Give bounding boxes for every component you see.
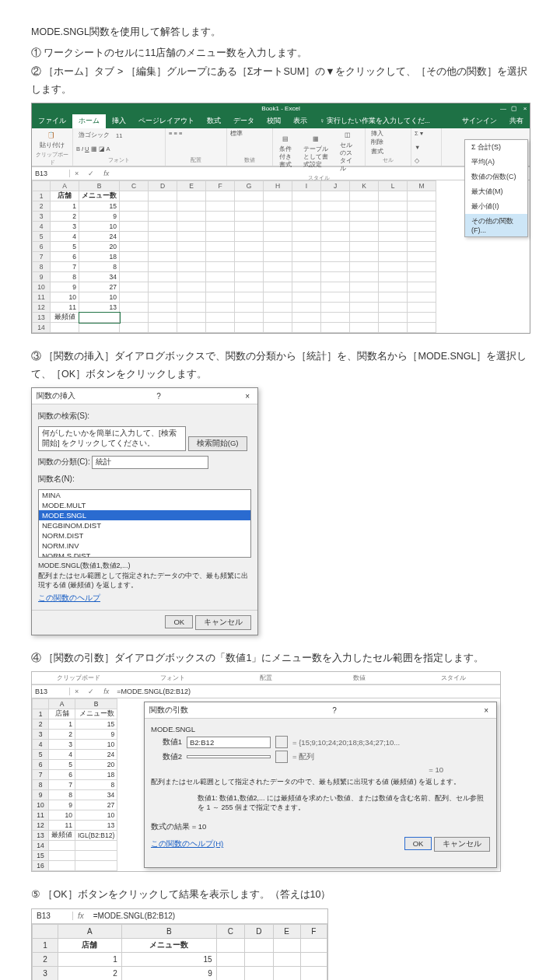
group-style-2: スタイル: [407, 674, 500, 682]
group-clipboard-2: クリップボード: [32, 674, 125, 682]
argdlg-eq: = 10: [151, 765, 490, 774]
argdlg-help-link[interactable]: この関数のヘルプ(H): [151, 839, 223, 849]
close-icon[interactable]: ×: [522, 103, 528, 114]
fx-icon-3[interactable]: fx: [73, 912, 89, 920]
ribbon: 📋貼り付け クリップボード 游ゴシック11 B I U ▦ ◪ A フォント ≡…: [32, 128, 530, 166]
ok-button[interactable]: OK: [165, 615, 193, 628]
menu-average[interactable]: 平均(A): [465, 155, 527, 170]
function-signature: MODE.SNGL(数値1,数値2,...): [38, 561, 251, 571]
function-arguments-dialog: 関数の引数 ? × MODE.SNGL 数値1 B2:B12 = {15;9;1…: [144, 702, 497, 868]
group-number-label: 数値: [230, 156, 269, 164]
fill-button[interactable]: ▼: [415, 144, 420, 151]
tab-file[interactable]: ファイル: [32, 114, 72, 128]
bold-icon[interactable]: B: [76, 145, 80, 152]
dialog-help-icon[interactable]: ?: [156, 392, 161, 401]
category-select[interactable]: 統計: [92, 456, 208, 469]
group-align-label: 配置: [169, 156, 223, 164]
step-4: ④ ［関数の引数］ダイアログボックスの「数値1」にメニュー数を入力したセル範囲を…: [31, 649, 529, 667]
italic-icon[interactable]: I: [82, 145, 83, 152]
dialog-title: 関数の挿入: [37, 390, 75, 401]
table-icon: ▦: [313, 135, 322, 145]
formula-input-2[interactable]: =MODE.SNGL(B2:B12): [114, 688, 500, 695]
tab-review[interactable]: 校閲: [261, 114, 287, 128]
autosum-button[interactable]: Σ ▾: [415, 130, 423, 137]
tab-data[interactable]: データ: [227, 114, 261, 128]
paste-button[interactable]: 📋貼り付け: [35, 130, 69, 151]
fx-icon-2[interactable]: fx: [99, 688, 114, 695]
fx-icon[interactable]: fx: [99, 170, 114, 177]
tell-me[interactable]: ♀ 実行したい作業を入力してくだ...: [313, 114, 456, 128]
search-input[interactable]: 何がしたいかを簡単に入力して、[検索開始] をクリックしてください。: [38, 426, 186, 451]
signin[interactable]: サインイン: [456, 114, 503, 128]
dialog-close-icon[interactable]: ×: [242, 392, 253, 401]
tab-insert[interactable]: 挿入: [106, 114, 132, 128]
format-as-table-button[interactable]: ▦テーブルとして書式設定: [300, 134, 336, 170]
arg2-input[interactable]: [187, 755, 271, 758]
name-box-3[interactable]: B13: [32, 912, 73, 920]
arg1-collapse-icon[interactable]: [275, 736, 288, 748]
cancel-button[interactable]: キャンセル: [195, 615, 251, 630]
menu-more-functions[interactable]: その他の関数(F)...: [465, 214, 527, 236]
align-icons[interactable]: ≡ ≡ ≡: [169, 130, 182, 137]
menu-max[interactable]: 最大値(M): [465, 184, 527, 199]
argdlg-help-icon[interactable]: ?: [332, 706, 337, 715]
arg2-label: 数値2: [151, 752, 182, 762]
arg1-result: = {15;9;10;24;20;18;8;34;27;10...: [292, 738, 400, 747]
font-name[interactable]: 游ゴシック: [76, 130, 112, 141]
fx-cancel-icon[interactable]: ×: [70, 170, 83, 177]
function-list[interactable]: MINAMODE.MULTMODE.SNGLNEGBINOM.DISTNORM.…: [38, 489, 251, 558]
paste-icon: 📋: [47, 131, 57, 141]
tab-formulas[interactable]: 数式: [201, 114, 227, 128]
arg2-collapse-icon[interactable]: [275, 751, 288, 763]
group-font-label: フォント: [76, 156, 162, 164]
worksheet-2[interactable]: AB1店舗メニュー数211532943105424652076188789834…: [32, 698, 141, 871]
fx-enter-icon[interactable]: ✓: [83, 170, 99, 177]
search-start-button[interactable]: 検索開始(G): [188, 436, 247, 451]
menu-sum[interactable]: Σ 合計(S): [465, 140, 527, 155]
excel-window-3: B13 fx =MODE.SNGL(B2:B12) ABCDEF1店舗メニュー数…: [31, 908, 328, 980]
fx-enter-2[interactable]: ✓: [83, 688, 99, 695]
fx-cancel-2[interactable]: ×: [70, 688, 83, 695]
formula-input-3[interactable]: =MODE.SNGL(B2:B12): [89, 912, 180, 920]
underline-icon[interactable]: U: [85, 145, 89, 152]
argdlg-close-icon[interactable]: ×: [481, 706, 492, 715]
max-icon[interactable]: ▢: [511, 103, 517, 114]
group-font-2: フォント: [125, 674, 219, 682]
cell-styles-button[interactable]: ◫セルのスタイル: [337, 130, 362, 174]
arg2-result: = 配列: [292, 752, 314, 762]
tab-home[interactable]: ホーム: [72, 114, 106, 128]
argdlg-cancel-button[interactable]: キャンセル: [434, 837, 490, 852]
menu-count[interactable]: 数値の個数(C): [465, 170, 527, 184]
fill-icon[interactable]: ◪: [99, 145, 105, 152]
border-icon[interactable]: ▦: [91, 145, 97, 152]
menu-min[interactable]: 最小値(I): [465, 199, 527, 214]
argdlg-argdesc: 数値1: 数値1,数値2,... には最頻値を求めたい数値、または数値を含む名前…: [151, 790, 490, 816]
fontcolor-icon[interactable]: A: [107, 145, 110, 152]
cond-format-button[interactable]: ▤条件付き書式: [276, 134, 299, 170]
group-align-2: 配置: [219, 674, 313, 682]
worksheet-1[interactable]: ABCDEFGHIJKLM1店舗メニュー数2115329431054246520…: [32, 180, 530, 333]
search-label: 関数の検索(S):: [38, 411, 251, 422]
function-help-link[interactable]: この関数のヘルプ: [38, 593, 100, 602]
function-description: 配列またはセル範囲として指定されたデータの中で、最も頻繁に出現する値 (最頻値)…: [38, 571, 251, 590]
worksheet-3[interactable]: ABCDEF1店舗メニュー数21153294310542465207618878…: [32, 924, 327, 980]
category-label: 関数の分類(C):: [38, 457, 90, 466]
step-1: ① ワークシートのセルに11店舗のメニュー数を入力します。: [31, 44, 529, 62]
group-number-2: 数値: [313, 674, 406, 682]
clear-button[interactable]: ◇: [415, 157, 419, 164]
window-title: Book1 - Excel: [261, 105, 299, 112]
excel-window-1: Book1 - Excel —▢× ファイル ホーム 挿入 ページレイアウト 数…: [31, 103, 530, 334]
tab-view[interactable]: 表示: [287, 114, 313, 128]
min-icon[interactable]: —: [500, 103, 506, 114]
arg1-input[interactable]: B2:B12: [187, 737, 271, 748]
name-box[interactable]: B13: [32, 170, 70, 177]
name-box-2[interactable]: B13: [32, 688, 70, 695]
arg1-label: 数値1: [151, 737, 182, 747]
number-format[interactable]: 標準: [230, 130, 243, 138]
title-bar: Book1 - Excel —▢×: [32, 103, 530, 114]
tab-pagelayout[interactable]: ページレイアウト: [132, 114, 201, 128]
share[interactable]: 共有: [503, 114, 530, 128]
format-cells-button[interactable]: 書式: [369, 146, 386, 156]
font-size[interactable]: 11: [114, 131, 124, 141]
argdlg-ok-button[interactable]: OK: [404, 837, 432, 850]
